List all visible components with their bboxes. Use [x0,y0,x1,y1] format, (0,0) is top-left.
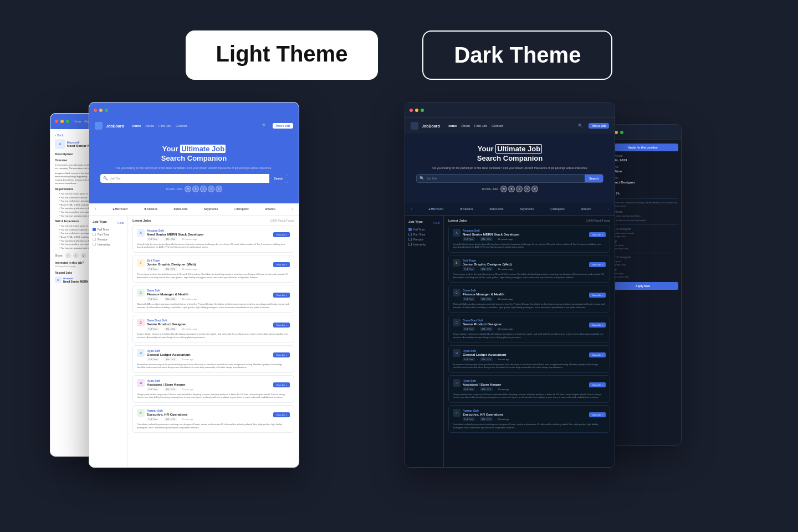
dark-job-card-2-header: S Soft Town Junior Graphic Designer (Web… [453,259,606,271]
dark-post-job-btn[interactable]: Post a Job [589,123,609,129]
job-desc-2: Present your work to the wider business … [137,273,290,279]
job-info-2: Soft Town Junior Graphic Designer (Web) … [147,259,271,271]
dark-job-card-1: A Amazon Soft Need Senior MERN Stack Dev… [448,225,610,253]
dark-filter-clear[interactable]: Clear [433,221,440,224]
meta-sep-1: · [161,238,162,241]
filter-label-fulltime: Full Time [98,228,109,231]
dark-view-btn-3[interactable]: View Job > [589,293,606,298]
dark-checkbox-parttime[interactable] [408,233,412,236]
dark-dot-green [421,109,424,112]
dark-checkbox-fulltime[interactable] [408,228,412,231]
filter-fulltime: Full Time [93,228,124,231]
meta-time-7: 2 hours ago [182,418,193,421]
dark-job-meta-6: Full Time · $6k - $7k · 2 hours ago [463,387,587,391]
job-logo-3: G [137,289,145,296]
dark-job-desc-4: Ensure design choices are data-led by id… [453,332,606,339]
dark-view-btn-5[interactable]: View Job > [589,352,606,357]
dark-dot-5: D [531,186,538,192]
dark-search-icon-nav[interactable]: 🔍 [578,124,583,128]
dark-companies-next[interactable]: › [607,207,609,212]
dark-nav-home[interactable]: Home [448,124,457,127]
facebook-icon[interactable]: f [65,253,71,258]
job-role-value: Product Designer [607,181,678,184]
meta-salary-4: $6k - $9k [164,327,176,331]
dark-search-button[interactable]: Search [585,175,603,182]
nav-contact-link[interactable]: Contact [176,124,187,127]
light-dot-green [105,109,108,112]
job-meta-5: Full Time · $6k - $7k · 2 hours ago [147,357,271,361]
dark-view-btn-7[interactable]: View Job > [589,412,606,417]
dark-view-btn-1[interactable]: View Job > [589,232,606,237]
dark-filter-parttime: Part Time [408,233,440,236]
dark-checkbox-internship[interactable] [408,243,412,246]
deploy2-label: Deploy [607,268,678,271]
job-card-6-header: H Hypo Soft Assistant / Store Keeper Ful… [137,379,290,391]
dark-checkbox-remote[interactable] [408,238,412,241]
dark-co-alliance: ❋ Alliance [460,207,473,211]
dark-job-info-3: Grow Soft Finance Manager & Health Full … [463,289,587,301]
dark-filter-label-parttime: Part Time [413,233,425,236]
job-company-4: Grow Boot Soft [147,319,271,322]
meta-sep-3: · [161,268,162,270]
checkbox-fulltime[interactable] [93,228,96,231]
dark-job-logo-2: S [453,259,461,267]
latest-jobs-title: Latest Jobs [132,219,151,222]
dark-nav-about[interactable]: About [461,124,470,127]
search-input[interactable]: Job Title [110,174,269,183]
dark-meta-time-1: 15 minutes ago [498,238,513,241]
apply-btn[interactable]: Apply for this position [607,144,678,151]
dark-search-input[interactable]: Job Title [427,175,585,182]
view-btn-1[interactable]: View Job > [273,232,290,237]
jobs-header: Latest Jobs 2,840 Result Found [132,219,294,222]
nav-home-link[interactable]: Home [132,124,141,127]
view-btn-6[interactable]: View Job > [273,382,290,387]
dark-view-btn-6[interactable]: View Job > [589,382,606,387]
nav-findjob-link[interactable]: Find Job [158,124,171,127]
post-job-btn[interactable]: Post a Job [273,123,293,129]
view-btn-5[interactable]: View Job > [273,352,290,357]
filter-clear[interactable]: Clear [117,221,124,224]
dark-meta-sep-12: · [495,388,495,391]
search-icon-nav[interactable]: 🔍 [262,124,267,128]
dark-job-logo-6: H [453,379,461,387]
dark-dot-2: A [508,186,515,192]
dark-job-title-1: Need Senior MERN Stack Developer [463,233,587,236]
dark-companies-prev[interactable]: ‹ [411,207,412,212]
meta-salary-7: $6k - $7k [164,417,176,421]
view-btn-4[interactable]: View Job > [273,323,290,328]
recruit-text: recruit, and work well [607,247,678,250]
job-company-1: Amazon Soft [147,229,271,232]
companies-prev[interactable]: ‹ [95,207,96,212]
dark-nav-findjob[interactable]: Find Job [474,124,487,127]
dark-job-meta-5: Full Time · $6k - $7k · 2 hours ago [463,357,587,361]
view-btn-3[interactable]: View Job > [273,293,290,298]
checkbox-internship[interactable] [93,243,96,246]
apply-now-btn[interactable]: Apply Now [607,282,678,290]
meta-time-3: 30 minutes ago [182,298,197,300]
dark-view-btn-2[interactable]: View Job > [589,262,606,267]
companies-next[interactable]: › [291,207,293,212]
dark-nav-contact[interactable]: Contact [492,124,503,127]
dark-view-btn-4[interactable]: View Job > [589,323,606,328]
view-btn-2[interactable]: View Job > [273,262,290,267]
dark-job-title-3: Finance Manager & Health [463,293,587,296]
checkbox-remote[interactable] [93,238,96,241]
dark-jobs-panel: Latest Jobs 2,840 Result Found A Amazon … [444,216,615,468]
company-dot-5: D [216,186,222,192]
meta-type-6: Full Time [147,387,159,391]
search-button[interactable]: Search [269,174,288,183]
job-card-2: S Soft Town Junior Graphic Designer (Web… [132,255,294,283]
dark-dot-yellow [415,109,418,112]
nav-about-link[interactable]: About [145,124,154,127]
divider-3 [607,253,678,253]
view-btn-7[interactable]: View Job > [273,412,290,417]
dark-theme-label: Dark Theme [422,30,612,80]
hero-title: Your Ultimate Job Search Companion [98,145,290,163]
dark-co-sayphome: Sayphome [520,207,534,211]
twitter-icon[interactable]: t [73,253,79,258]
checkbox-parttime[interactable] [93,233,96,236]
dark-job-card-6: H Hypo Soft Assistant / Store Keeper Ful… [448,375,610,403]
dark-job-company-1: Amazon Soft [463,229,587,232]
nav-home[interactable]: Home [74,120,81,123]
instagram-icon[interactable]: ig [81,253,86,258]
